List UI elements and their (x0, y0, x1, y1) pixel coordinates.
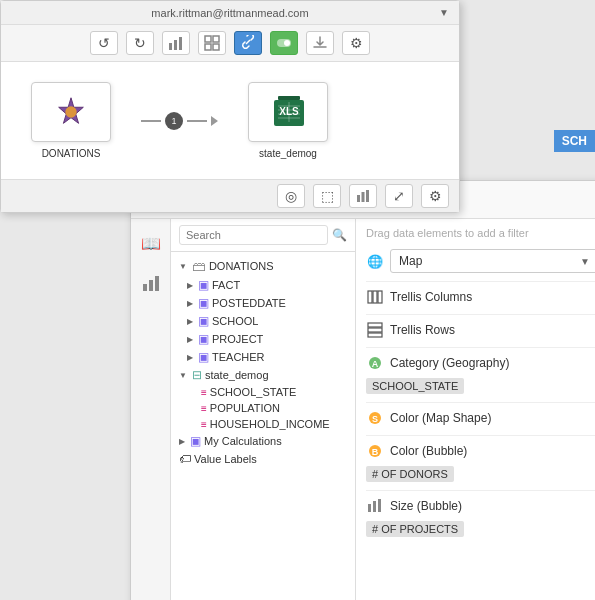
svg-text:B: B (372, 447, 379, 457)
sch-badge: SCH (554, 130, 595, 152)
color-map-label-row: S Color (Map Shape) (366, 409, 595, 427)
svg-rect-3 (205, 36, 211, 42)
size-bubble-label-row: Size (Bubble) (366, 497, 595, 515)
undo-button[interactable]: ↺ (90, 31, 118, 55)
svg-point-10 (65, 106, 76, 117)
state-demog-label: state_demog (259, 148, 317, 159)
chart-button[interactable] (162, 31, 190, 55)
svg-point-8 (284, 40, 290, 46)
search-input[interactable] (179, 225, 328, 245)
state-demog-node-box: XLS (248, 82, 328, 142)
expand-arrow-posteddate: ▶ (187, 299, 193, 308)
download-button[interactable] (306, 31, 334, 55)
svg-rect-27 (378, 291, 382, 303)
user-email: mark.rittman@rittmanmead.com (151, 7, 308, 19)
link-button[interactable] (234, 31, 262, 55)
tree-item-teacher[interactable]: ▶ ▣ TEACHER (171, 348, 355, 366)
divider-4 (366, 402, 595, 403)
svg-rect-19 (357, 195, 360, 202)
expand-arrow-teacher: ▶ (187, 353, 193, 362)
category-value-tag[interactable]: SCHOOL_STATE (366, 378, 464, 394)
state-demog-node[interactable]: XLS state_demog (248, 82, 328, 159)
category-label-row: A Category (Geography) (366, 354, 595, 372)
svg-text:S: S (372, 414, 378, 424)
tree-item-population[interactable]: ≡ POPULATION (171, 400, 355, 416)
svg-rect-28 (368, 323, 382, 327)
search-icon: 🔍 (332, 228, 347, 242)
tree-item-school-state[interactable]: ≡ SCHOOL_STATE (171, 384, 355, 400)
category-prop-row: A Category (Geography) SCHOOL_STATE (366, 354, 595, 394)
size-bubble-icon (366, 497, 384, 515)
folder-icon-school: ▣ (198, 314, 209, 328)
donations-label: DONATIONS (42, 148, 101, 159)
svg-rect-25 (368, 291, 372, 303)
bar-chart-icon[interactable] (137, 269, 165, 297)
tree-item-fact[interactable]: ▶ ▣ FACT (171, 276, 355, 294)
data-tree: 🔍 ▼ 🗃 DONATIONS ▶ ▣ FACT ▶ ▣ P (171, 219, 356, 600)
color-bubble-value-tag[interactable]: # OF DONORS (366, 466, 454, 482)
tree-item-donations[interactable]: ▼ 🗃 DONATIONS (171, 256, 355, 276)
svg-rect-12 (278, 96, 300, 100)
map-select-label: Map (399, 254, 422, 268)
canvas-tools: ◎ ⬚ ⤢ ⚙ (1, 179, 459, 212)
divider-3 (366, 347, 595, 348)
database-icon-donations: 🗃 (192, 258, 206, 274)
svg-rect-1 (174, 40, 177, 50)
toggle-button[interactable] (270, 31, 298, 55)
canvas-settings[interactable]: ⚙ (421, 184, 449, 208)
svg-rect-29 (368, 328, 382, 332)
tree-item-project[interactable]: ▶ ▣ PROJECT (171, 330, 355, 348)
workflow-topbar: mark.rittman@rittmanmead.com ▼ (1, 1, 459, 25)
svg-rect-5 (205, 44, 211, 50)
redo-button[interactable]: ↻ (126, 31, 154, 55)
size-bubble-prop-row: Size (Bubble) # OF PROJECTS (366, 497, 595, 537)
trellis-columns-row: Trellis Columns (366, 288, 595, 306)
svg-rect-0 (169, 43, 172, 50)
connector-dot: 1 (165, 112, 183, 130)
svg-rect-23 (149, 280, 153, 291)
expand-tool[interactable]: ⤢ (385, 184, 413, 208)
expand-arrow-project: ▶ (187, 335, 193, 344)
globe-icon: 🌐 (366, 252, 384, 270)
tree-item-posteddate[interactable]: ▶ ▣ POSTEDDATE (171, 294, 355, 312)
map-select[interactable]: Map ▼ (390, 249, 595, 273)
size-bubble-value-tag[interactable]: # OF PROJECTS (366, 521, 464, 537)
select-tool[interactable]: ⬚ (313, 184, 341, 208)
divider-6 (366, 490, 595, 491)
tree-item-state-demog[interactable]: ▼ ⊟ state_demog (171, 366, 355, 384)
divider-2 (366, 314, 595, 315)
field-icon-household-income: ≡ (201, 419, 207, 430)
folder-icon-posteddate: ▣ (198, 296, 209, 310)
expand-arrow-school: ▶ (187, 317, 193, 326)
map-label-row: 🌐 Map ▼ (366, 249, 595, 273)
workflow-canvas: DONATIONS 1 XLS (1, 62, 459, 179)
excel-icon: XLS (270, 94, 306, 130)
trellis-columns-label: Trellis Columns (390, 290, 472, 304)
data-panel-body: 📖 🔍 ▼ 🗃 DONATIONS ▶ (131, 219, 595, 600)
search-box: 🔍 (171, 219, 355, 252)
donations-node[interactable]: DONATIONS (31, 82, 111, 159)
field-icon-population: ≡ (201, 403, 207, 414)
color-bubble-label: Color (Bubble) (390, 444, 467, 458)
svg-rect-26 (373, 291, 377, 303)
expand-arrow-state-demog: ▼ (179, 371, 187, 380)
tree-item-school[interactable]: ▶ ▣ SCHOOL (171, 312, 355, 330)
color-bubble-label-row: B Color (Bubble) (366, 442, 595, 460)
category-label: Category (Geography) (390, 356, 509, 370)
book-icon[interactable]: 📖 (137, 229, 165, 257)
properties-panel: Drag data elements to add a filter 🌐 Map… (356, 219, 595, 600)
folder-icon-fact: ▣ (198, 278, 209, 292)
tree-item-value-labels[interactable]: 🏷 Value Labels (171, 450, 355, 468)
tree-item-my-calculations[interactable]: ▶ ▣ My Calculations (171, 432, 355, 450)
email-dropdown-arrow[interactable]: ▼ (439, 7, 449, 18)
tree-item-household-income[interactable]: ≡ HOUSEHOLD_INCOME (171, 416, 355, 432)
bar-chart-tool[interactable] (349, 184, 377, 208)
svg-rect-38 (373, 501, 376, 512)
color-map-icon: S (366, 409, 384, 427)
trellis-columns-icon (366, 288, 384, 306)
grid-button[interactable] (198, 31, 226, 55)
map-prop-row: 🌐 Map ▼ (366, 249, 595, 273)
target-tool[interactable]: ◎ (277, 184, 305, 208)
data-panel: ≡ Untitled 📖 🔍 ▼ 🗃 (130, 180, 595, 600)
settings-button[interactable]: ⚙ (342, 31, 370, 55)
